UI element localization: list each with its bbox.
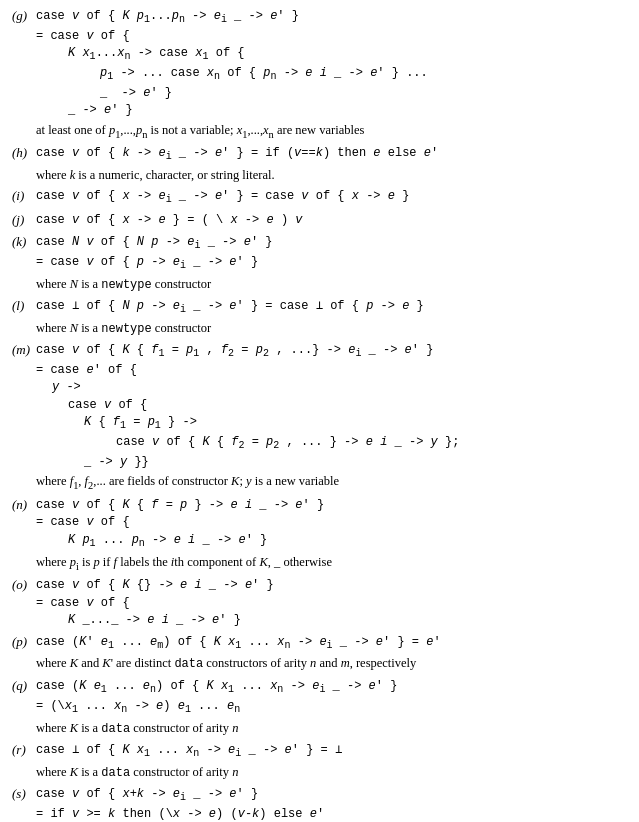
rule-q: (q) case (K e1 ... en) of { K x1 ... xn … <box>12 678 627 738</box>
rule-label-h: (h) <box>12 145 36 184</box>
rule-p: (p) case (K' e1 ... em) of { K x1 ... xn… <box>12 634 627 674</box>
rule-i-line1: case v of { x -> ei _ -> e' } = case v o… <box>36 188 627 208</box>
rule-s-line2: = if v >= k then (\x -> e) (v-k) else e' <box>36 806 627 822</box>
rule-n-line3: K p1 ... pn -> e i _ -> e' } <box>36 532 627 552</box>
rule-label-p: (p) <box>12 634 36 674</box>
rule-q-line2: = (\x1 ... xn -> e) e1 ... en <box>36 698 627 718</box>
rule-g-line4: p1 -> ... case xn of { pn -> e i _ -> e'… <box>36 65 627 85</box>
rule-n: (n) case v of { K { f = p } -> e i _ -> … <box>12 497 627 573</box>
rule-o: (o) case v of { K {} -> e i _ -> e' } = … <box>12 577 627 629</box>
rule-n-line2: = case v of { <box>36 514 627 531</box>
rule-q-note: where K is a data constructor of arity n <box>36 719 627 738</box>
rule-label-n: (n) <box>12 497 36 573</box>
rule-body-i: case v of { x -> ei _ -> e' } = case v o… <box>36 188 627 208</box>
rule-p-note: where K and K' are distinct data constru… <box>36 654 627 673</box>
rule-label-s: (s) <box>12 786 36 822</box>
rule-h-note: where k is a numeric, character, or stri… <box>36 166 627 184</box>
rule-h: (h) case v of { k -> ei _ -> e' } = if (… <box>12 145 627 184</box>
rule-body-o: case v of { K {} -> e i _ -> e' } = case… <box>36 577 627 629</box>
rule-r-line1: case ⊥ of { K x1 ... xn -> ei _ -> e' } … <box>36 742 627 762</box>
rule-g: (g) case v of { K p1...pn -> ei _ -> e' … <box>12 8 627 141</box>
rule-g-line5: _ -> e' } <box>36 85 627 102</box>
rule-body-p: case (K' e1 ... em) of { K x1 ... xn -> … <box>36 634 627 674</box>
rule-k-line2: = case v of { p -> ei _ -> e' } <box>36 254 627 274</box>
rule-p-line1: case (K' e1 ... em) of { K x1 ... xn -> … <box>36 634 627 654</box>
rule-g-note: at least one of p1,...,pn is not a varia… <box>36 121 627 142</box>
rule-n-line1: case v of { K { f = p } -> e i _ -> e' } <box>36 497 627 514</box>
rule-j: (j) case v of { x -> e } = ( \ x -> e ) … <box>12 212 627 229</box>
rule-m-note: where f1, f2,... are fields of construct… <box>36 472 627 493</box>
rule-g-line6: _ -> e' } <box>36 102 627 119</box>
rule-body-r: case ⊥ of { K x1 ... xn -> ei _ -> e' } … <box>36 742 627 782</box>
rule-r: (r) case ⊥ of { K x1 ... xn -> ei _ -> e… <box>12 742 627 782</box>
rule-n-note: where pi is p if f labels the ith compon… <box>36 553 627 574</box>
rule-body-k: case N v of { N p -> ei _ -> e' } = case… <box>36 234 627 294</box>
rule-k: (k) case N v of { N p -> ei _ -> e' } = … <box>12 234 627 294</box>
rule-s: (s) case v of { x+k -> ei _ -> e' } = if… <box>12 786 627 822</box>
rule-m: (m) case v of { K { f1 = p1 , f2 = p2 , … <box>12 342 627 493</box>
rule-m-line2: = case e' of { <box>36 362 627 379</box>
rule-m-line3: y -> <box>36 379 627 396</box>
rule-o-line2: = case v of { <box>36 595 627 612</box>
rule-label-k: (k) <box>12 234 36 294</box>
rule-label-m: (m) <box>12 342 36 493</box>
rule-j-line1: case v of { x -> e } = ( \ x -> e ) v <box>36 212 627 229</box>
rule-m-line1: case v of { K { f1 = p1 , f2 = p2 , ...}… <box>36 342 627 362</box>
rule-m-line6: case v of { K { f2 = p2 , ... } -> e i _… <box>36 434 627 454</box>
rule-g-line1: case v of { K p1...pn -> ei _ -> e' } <box>36 8 627 28</box>
main-content: (g) case v of { K p1...pn -> ei _ -> e' … <box>12 8 627 822</box>
rule-k-line1: case N v of { N p -> ei _ -> e' } <box>36 234 627 254</box>
rule-m-line5: K { f1 = p1 } -> <box>36 414 627 434</box>
rule-o-line3: K _..._ -> e i _ -> e' } <box>36 612 627 629</box>
rule-m-line4: case v of { <box>36 397 627 414</box>
rule-label-r: (r) <box>12 742 36 782</box>
rule-s-line1: case v of { x+k -> ei _ -> e' } <box>36 786 627 806</box>
rule-body-n: case v of { K { f = p } -> e i _ -> e' }… <box>36 497 627 573</box>
rule-m-line7: _ -> y }} <box>36 454 627 471</box>
rule-label-q: (q) <box>12 678 36 738</box>
rule-body-l: case ⊥ of { N p -> ei _ -> e' } = case ⊥… <box>36 298 627 338</box>
rule-l-line1: case ⊥ of { N p -> ei _ -> e' } = case ⊥… <box>36 298 627 318</box>
rule-body-q: case (K e1 ... en) of { K x1 ... xn -> e… <box>36 678 627 738</box>
rule-g-line3: K x1...xn -> case x1 of { <box>36 45 627 65</box>
rule-body-h: case v of { k -> ei _ -> e' } = if (v==k… <box>36 145 627 184</box>
rule-body-g: case v of { K p1...pn -> ei _ -> e' } = … <box>36 8 627 141</box>
rule-q-line1: case (K e1 ... en) of { K x1 ... xn -> e… <box>36 678 627 698</box>
rule-body-s: case v of { x+k -> ei _ -> e' } = if v >… <box>36 786 627 822</box>
rule-label-o: (o) <box>12 577 36 629</box>
rule-g-line2: = case v of { <box>36 28 627 45</box>
rule-l-note: where N is a newtype constructor <box>36 319 627 338</box>
rule-body-j: case v of { x -> e } = ( \ x -> e ) v <box>36 212 627 229</box>
rule-r-note: where K is a data constructor of arity n <box>36 763 627 782</box>
rule-h-line1: case v of { k -> ei _ -> e' } = if (v==k… <box>36 145 627 165</box>
rule-l: (l) case ⊥ of { N p -> ei _ -> e' } = ca… <box>12 298 627 338</box>
rule-label-j: (j) <box>12 212 36 229</box>
rule-label-i: (i) <box>12 188 36 208</box>
rule-k-note: where N is a newtype constructor <box>36 275 627 294</box>
rule-body-m: case v of { K { f1 = p1 , f2 = p2 , ...}… <box>36 342 627 493</box>
rule-o-line1: case v of { K {} -> e i _ -> e' } <box>36 577 627 594</box>
rule-label-l: (l) <box>12 298 36 338</box>
rule-i: (i) case v of { x -> ei _ -> e' } = case… <box>12 188 627 208</box>
rule-label-g: (g) <box>12 8 36 141</box>
